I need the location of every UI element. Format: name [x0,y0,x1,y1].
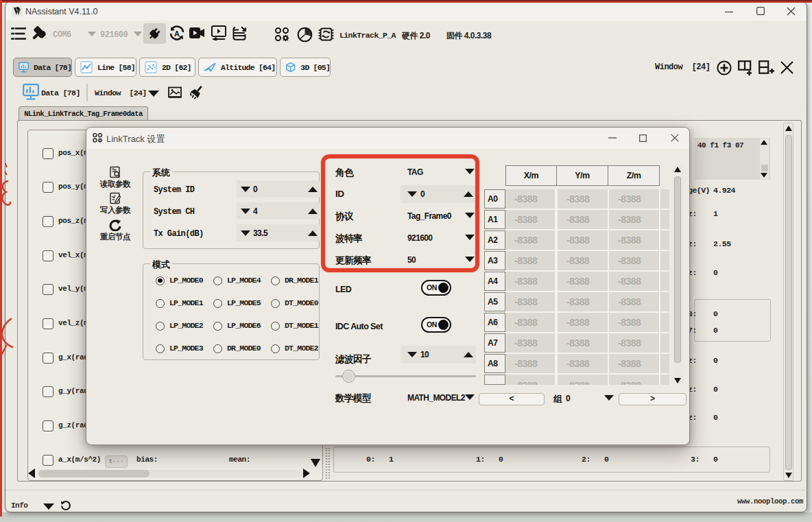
website-link[interactable]: www.nooploop.com [737,497,803,506]
connect-button[interactable] [143,23,166,44]
close-button[interactable] [787,7,796,16]
minimize-button[interactable] [725,8,734,16]
spin-up-icon[interactable] [308,209,318,214]
spin-up-icon[interactable] [308,187,318,192]
com-port-dropdown-icon[interactable] [88,32,96,36]
dialog-minimize-button[interactable] [608,137,617,140]
view-tab-data[interactable]: Data [78] [13,58,72,77]
signal-checkbox-a_xms2[interactable] [43,455,53,466]
signal-checkbox-g_yrad[interactable] [43,386,53,397]
chip-refresh-icon[interactable] [318,27,334,42]
view-tab-line[interactable]: Line [58] [75,58,136,77]
mode-radio-lp_mode2[interactable] [156,322,165,331]
prev-group-button[interactable]: < [479,393,545,405]
menu-list-icon[interactable] [11,27,26,41]
hscroll-left-arrow[interactable] [28,468,35,478]
baud-rate-select[interactable]: 921600 [100,30,128,40]
filter-factor-spinbox[interactable]: 10 [401,346,476,364]
system-row-spinbox[interactable]: 0 [237,180,320,198]
bias-label: bias: [136,455,158,464]
mode-radio-lp_mode0[interactable] [156,276,165,285]
table-cell: -8388 [505,189,555,209]
spin-up-icon[interactable] [464,352,473,357]
monitor-play-icon[interactable] [211,25,226,40]
dialog-maximize-button[interactable] [639,134,647,142]
baud-rate-dropdown-icon[interactable] [134,32,142,36]
hex-scrollbar[interactable] [760,139,769,179]
math-model-value[interactable]: MATH_MODEL2 [407,393,465,403]
hscroll-thumb[interactable] [38,470,150,477]
com-port-select[interactable]: COM6 [53,30,71,40]
mode-radio-lp_mode4[interactable] [213,276,222,285]
spin-down-icon[interactable] [241,209,250,214]
clear-broom-icon[interactable] [189,84,204,100]
history-reload-icon[interactable] [60,500,71,511]
mode-radio-lp_mode3[interactable] [156,344,165,353]
dialog-close-button[interactable] [671,134,679,142]
split-horizontal-icon[interactable] [738,60,754,75]
signal-label: g_x(rad [58,353,88,361]
mode-radio-dr_mode0[interactable] [213,344,222,353]
filter-slider-handle[interactable] [342,370,355,383]
signal-checkbox-pos_xm[interactable] [43,148,53,159]
signal-checkbox-pos_ym[interactable] [43,182,53,193]
system-row-spinbox[interactable]: 4 [237,202,320,220]
signal-checkbox-vel_ym[interactable] [43,284,53,295]
mode-radio-lp_mode1[interactable] [156,299,165,308]
split-vertical-icon[interactable] [759,60,774,75]
add-window-icon[interactable] [717,60,732,75]
mode-radio-dt_mode0[interactable] [271,299,280,308]
signal-label: pos_y(m [58,182,88,191]
table-vscrollbar[interactable] [673,165,683,385]
hammer-icon[interactable] [31,26,47,42]
spin-up-icon[interactable] [308,230,318,236]
signal-scroll-down-icon[interactable] [311,459,320,467]
window-count-dropdown-icon[interactable] [148,91,159,97]
main-vscrollbar[interactable] [783,123,793,481]
led-toggle[interactable]: ON [421,280,451,296]
mode-radio-dt_mode1[interactable] [271,322,280,331]
auto-refresh-icon[interactable]: A [169,25,184,40]
table-cell: -8388 [558,251,608,270]
mode-radio-dr_mode1[interactable] [271,276,280,285]
spin-down-icon[interactable] [241,230,250,236]
sub-toolbar-window-label[interactable]: Window [24] [95,88,147,97]
view-tab-3d[interactable]: 3D [05] [280,58,331,77]
spin-down-icon[interactable] [241,187,250,192]
app-grid-gear-icon[interactable] [275,27,289,43]
signal-checkbox-vel_xm[interactable] [43,250,53,261]
group-dropdown-icon[interactable] [604,395,614,401]
snapshot-icon[interactable] [168,86,182,99]
maximize-button[interactable] [756,7,765,15]
video-record-icon[interactable] [189,27,204,38]
signal-checkbox-g_zrad[interactable] [43,420,53,431]
spin-down-icon[interactable] [407,352,417,357]
info-label[interactable]: Info [11,501,27,510]
panel-splitter[interactable] [326,448,327,479]
signal-checkbox-g_xrad[interactable] [43,353,53,364]
mode-radio-lp_mode5[interactable] [213,299,222,308]
view-tab-2d[interactable]: 2D [62] [139,58,195,77]
panel-splitter2[interactable] [329,448,330,479]
write-params-button[interactable]: 写入参数 [97,192,134,215]
document-tab[interactable]: NLink_LinkTrack_Tag_Frame0data [19,106,148,121]
math-model-dropdown-icon[interactable] [465,394,475,400]
idc-toggle[interactable]: ON [421,317,451,333]
pie-chart-icon[interactable] [297,27,313,43]
mode-radio-lp_mode6[interactable] [213,322,222,331]
time-button[interactable]: t··· [105,455,128,468]
hscroll-right-arrow[interactable] [303,468,310,478]
restart-node-button[interactable]: 重启节点 [97,219,134,242]
info-dropdown-icon[interactable] [43,503,54,510]
view-tab-altitude[interactable]: Altitude [64] [198,58,277,77]
export-report-icon[interactable] [232,25,248,40]
signal-checkbox-vel_zm[interactable] [43,318,53,329]
filter-slider-track[interactable] [335,375,476,377]
system-row-spinbox[interactable]: 33.5 [237,224,320,241]
close-view-icon[interactable] [780,60,794,75]
read-params-button[interactable]: 读取参数 [97,166,134,189]
signal-checkbox-pos_zm[interactable] [43,216,53,227]
hex-data-box[interactable]: 40 f1 f3 07 [695,138,770,180]
next-group-button[interactable]: > [619,393,686,405]
mode-radio-dt_mode2[interactable] [271,344,280,353]
